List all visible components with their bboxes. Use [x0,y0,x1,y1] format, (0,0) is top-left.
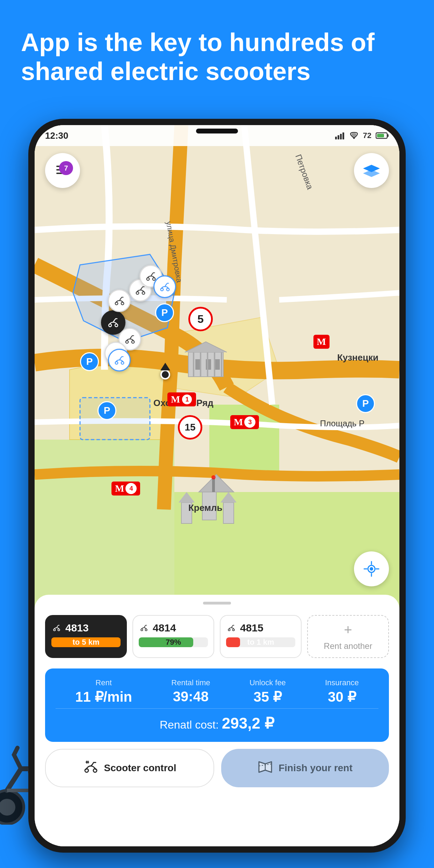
svg-point-34 [115,302,118,305]
svg-point-61 [353,137,355,139]
svg-rect-24 [212,478,215,492]
location-button[interactable] [354,551,389,586]
action-buttons-row: Scooter control Finish your rent [45,749,389,787]
scooter-icon-card3 [226,623,237,632]
metro-marker-3: М 4 [111,482,140,496]
svg-rect-64 [377,134,384,137]
svg-rect-16 [215,359,220,370]
svg-point-69 [228,629,230,631]
scooter-card-4815[interactable]: 4815 to 1 km [220,615,302,658]
place-ploshad: Площадь Р [320,419,364,428]
svg-rect-15 [206,359,211,370]
map-area: Петровка улица Дмитровка Охотный Ряд Куз… [35,125,399,607]
cost-label: Renatl cost: [160,718,219,731]
place-kuznetski: Кузнецки [337,352,378,363]
layers-button[interactable] [354,153,389,188]
svg-point-39 [131,340,134,343]
svg-point-42 [115,361,118,364]
svg-point-66 [58,629,59,631]
card-id-4814: 4814 [153,622,176,634]
svg-point-56 [370,567,373,571]
svg-rect-58 [338,135,339,139]
place-kreml: Кремль [188,502,223,513]
insurance-label: Insurance [325,678,359,687]
phone-screen: Петровка улица Дмитровка Охотный Ряд Куз… [35,125,399,846]
parking-sign-2: P [155,303,174,322]
parking-sign-1: P [80,352,99,371]
svg-point-36 [146,277,149,280]
finish-rent-icon [258,759,273,777]
parking-sign-3: P [97,401,116,420]
metro-marker-1: М 1 [167,392,196,406]
metro-marker-2: М 3 [230,415,259,429]
scooter-card-4813[interactable]: 4813 to 5 km [45,615,127,658]
svg-point-67 [141,629,143,631]
svg-point-72 [93,769,97,772]
card-id-4813: 4813 [65,622,89,634]
svg-rect-59 [340,134,342,139]
svg-point-68 [145,629,147,631]
card-status-4815: to 1 km [226,637,295,647]
svg-rect-60 [342,132,344,139]
bottom-panel: 4813 to 5 km [35,595,399,846]
menu-button[interactable]: 7 [45,153,80,188]
rent-another-card[interactable]: + Rent another [307,615,389,658]
card-id-4815: 4815 [240,622,263,634]
time-label: Rental time [171,678,210,687]
cost-value: 293,2 ₽ [222,715,274,732]
scooter-marker-7 [153,275,176,298]
scooter-icon-card1 [51,623,62,632]
time-value: 39:48 [173,689,209,704]
svg-point-31 [115,324,118,327]
notification-badge: 7 [59,161,73,175]
rent-value: 11 ₽/min [75,689,132,705]
svg-rect-63 [387,134,389,137]
finish-rent-label: Finish your rent [279,762,353,774]
time-info-item: Rental time 39:48 [171,678,210,705]
panel-handle [203,602,231,605]
scooter-marker-6 [108,349,131,371]
phone-outer: Петровка улица Дмитровка Охотный Ряд Куз… [28,119,406,853]
parking-sign-4: P [356,394,375,413]
svg-point-33 [142,291,145,294]
svg-point-30 [109,324,111,327]
svg-point-35 [121,302,124,305]
finish-rent-button[interactable]: Finish your rent [221,749,389,787]
insurance-value: 30 ₽ [328,689,356,705]
svg-marker-50 [363,170,379,177]
svg-rect-12 [80,398,150,440]
scooter-control-icon [83,759,99,777]
scooter-marker-2 [108,289,131,312]
location-marker [160,370,170,379]
svg-point-38 [125,340,128,343]
rent-label: Rent [95,678,111,687]
svg-point-44 [160,288,163,291]
speed-sign-5: 5 [188,307,213,331]
svg-rect-57 [335,137,337,139]
svg-rect-6 [35,440,174,607]
unlock-value: 35 ₽ [254,689,282,705]
scooter-card-4814[interactable]: 4814 79% [132,615,214,658]
scooter-control-button[interactable]: Scooter control [45,749,214,787]
card-status-4814: 79% [139,637,208,647]
unlock-info-item: Unlock fee 35 ₽ [249,678,286,705]
metro-marker-4: М [313,335,330,349]
svg-point-32 [136,291,139,294]
plus-icon: + [344,622,352,638]
status-icons: 72 [335,131,389,140]
card-status-4813: to 5 km [51,637,121,647]
svg-rect-14 [195,359,201,370]
scooter-control-label: Scooter control [104,762,176,774]
svg-point-45 [166,288,169,291]
battery-indicator: 72 [363,131,371,140]
svg-point-25 [211,475,216,479]
cost-row: Renatl cost: 293,2 ₽ [56,708,378,732]
info-section: Rent 11 ₽/min Rental time 39:48 Unlock f… [45,668,389,742]
rent-info-item: Rent 11 ₽/min [75,678,132,705]
svg-point-70 [232,629,234,631]
phone-wrapper: Петровка улица Дмитровка Охотный Ряд Куз… [28,119,406,868]
scooter-icon-card2 [139,623,149,632]
svg-point-37 [152,277,155,280]
header-title: App is the key to hundreds of shared ele… [21,28,413,86]
unlock-label: Unlock fee [249,678,286,687]
